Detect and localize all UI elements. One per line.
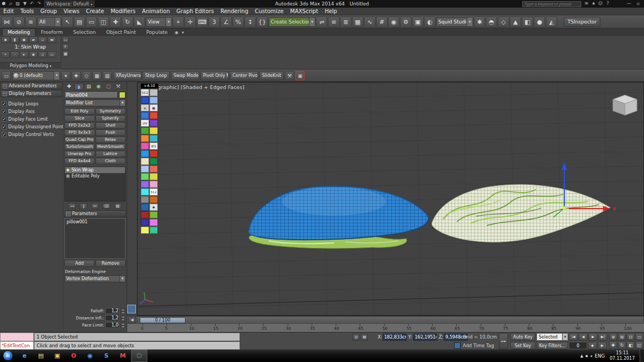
menu-tools[interactable]: Tools <box>17 8 37 15</box>
show-end-result-icon[interactable]: ∥ <box>80 203 87 209</box>
chevron-down-icon[interactable]: ▾ <box>309 17 315 26</box>
rollout-advanced-parameters[interactable]: − Advanced Parameters <box>1 82 62 90</box>
menu-animation[interactable]: Animation <box>139 8 173 15</box>
plugin-icon-35[interactable] <box>141 219 149 226</box>
plugin-icon-26[interactable] <box>150 181 158 188</box>
modify-tab[interactable]: ◗ <box>74 83 84 90</box>
sign-in-icon[interactable]: ☺ <box>597 0 604 8</box>
base-object-icon[interactable] <box>66 174 70 178</box>
plugin-icon-7[interactable] <box>141 112 149 119</box>
modifier-button-unwrap-pro[interactable]: Unwrap Pro <box>64 151 95 157</box>
zoom-region-icon[interactable]: ▭ <box>635 333 643 341</box>
select-object-icon[interactable]: ↖ <box>62 16 73 27</box>
squid-tool-7-icon[interactable]: ◭ <box>546 16 557 27</box>
modifier-button-meshsmooth[interactable]: MeshSmooth <box>96 144 126 150</box>
bind-to-space-warp-icon[interactable]: ≋ <box>25 16 37 27</box>
ribbon-tool-icon-7[interactable]: • <box>1 51 10 58</box>
plugin-icon-14[interactable] <box>150 135 158 142</box>
tray-max-icon[interactable]: ▪ <box>586 354 588 358</box>
favorites-icon[interactable]: ★ <box>590 0 597 8</box>
ribbon-config-icon[interactable]: ◉ <box>173 29 180 36</box>
taskbar-chrome[interactable]: ◉ <box>82 349 98 362</box>
schematic-view-icon[interactable]: # <box>376 16 387 27</box>
rectangular-selection-region-icon[interactable]: ▭ <box>86 16 97 27</box>
render-production-icon[interactable]: ◐ <box>424 16 436 27</box>
modifier-button-spherify[interactable]: Spherify <box>96 115 126 122</box>
snap-tool-icon[interactable]: ◇ <box>82 71 91 80</box>
collapse-icon[interactable]: − <box>3 84 7 88</box>
collapse-icon[interactable]: − <box>3 92 7 96</box>
modifier-button-ffd-4x4x4[interactable]: FFD 4x4x4 <box>64 158 95 164</box>
new-scene-icon[interactable]: ▱ <box>7 0 14 8</box>
ribbon-tool-icon-9[interactable]: ▸ <box>20 51 28 58</box>
taskbar-3dsmax[interactable]: ⬡ <box>131 349 147 362</box>
x-coordinate-field[interactable]: 182,833cm <box>383 334 407 341</box>
chevron-down-icon[interactable]: ▾ <box>120 100 125 106</box>
taskbar-opera[interactable]: O <box>65 349 82 362</box>
time-slider-track[interactable]: 0 / 100 <box>137 316 644 324</box>
checkbox-display-axis[interactable]: ✓Display Axis <box>2 108 61 115</box>
plugin-icon-31[interactable] <box>141 204 149 211</box>
remove-modifier-icon[interactable]: ⌫ <box>103 203 110 209</box>
hierarchy-tab[interactable]: ▤ <box>84 83 93 90</box>
plugin-icon-27[interactable] <box>141 188 149 195</box>
auto-key-button[interactable]: Auto Key <box>510 333 535 341</box>
plugin-icon-20[interactable] <box>150 158 158 165</box>
menu-rendering[interactable]: Rendering <box>217 8 252 15</box>
snaps-toggle-3d-icon[interactable]: 3 <box>208 16 220 27</box>
stack-item-skin-wrap[interactable]: Skin Wrap <box>65 167 125 173</box>
menu-create[interactable]: Create <box>82 8 107 15</box>
plugin-icon-8[interactable] <box>150 112 158 119</box>
window-crossing-icon[interactable]: ◫ <box>98 16 109 27</box>
ribbon-tab-object-paint[interactable]: Object Paint <box>102 29 141 36</box>
squid-tool-6-icon[interactable]: ● <box>534 16 545 27</box>
checkbox-display-face-limit[interactable]: ✓Display Face Limit <box>2 115 61 123</box>
open-file-icon[interactable]: ▨ <box>14 0 21 8</box>
plugin-icon-24[interactable] <box>150 173 158 180</box>
ribbon-side-icon-1[interactable]: ▭ <box>62 37 69 43</box>
rendered-frame-window-icon[interactable]: ▣ <box>412 16 424 27</box>
pan-icon[interactable]: ✚ <box>609 341 617 349</box>
ribbon-tool-icon-10[interactable]: ▪ <box>29 51 38 58</box>
swap-mode-tags-button[interactable]: Swap Mode Tags <box>171 71 199 80</box>
lightbulb-icon[interactable] <box>66 168 70 172</box>
zoom-all-icon[interactable]: ⊞ <box>618 333 626 341</box>
object-name-field[interactable]: Plane004 <box>64 91 118 98</box>
plugin-icon-21[interactable] <box>141 165 149 173</box>
y-coordinate-field[interactable]: 162,1951c <box>413 334 437 341</box>
rollout-display-parameters[interactable]: − Display Parameters <box>1 90 62 97</box>
squid-tool-1-icon[interactable]: ✱ <box>474 16 485 27</box>
plugin-icon-15[interactable] <box>141 143 149 150</box>
ribbon-tool-icon-8[interactable]: ◦ <box>10 51 19 58</box>
pivot-only-mode-button[interactable]: Pivot Only Mode <box>200 71 229 80</box>
grid-tool-icon[interactable]: ▦ <box>92 71 102 80</box>
ribbon-tool-icon-4[interactable]: ▰ <box>29 37 38 43</box>
graphite-ribbon-toggle-icon[interactable]: ▦ <box>352 16 363 27</box>
zoom-extents-icon[interactable]: ⊡ <box>627 333 635 341</box>
modifier-stack[interactable]: Skin WrapEditable Poly <box>64 167 126 201</box>
plugin-icon-2[interactable] <box>150 89 158 96</box>
zoom-icon[interactable]: ⊕ <box>609 333 617 341</box>
checkbox-display-unassigned-points[interactable]: ✓Display Unassigned Points <box>2 123 61 130</box>
tray-volume-icon[interactable]: ◂ <box>590 354 592 358</box>
squid-tool-5-icon[interactable]: ◧ <box>522 16 533 27</box>
set-key-button[interactable]: Set Key <box>510 342 535 349</box>
selection-lock-toggle[interactable]: ⊠ <box>361 334 368 341</box>
modifier-button-quad-cap-pro[interactable]: Quad Cap Pro <box>64 137 95 143</box>
save-file-icon[interactable]: ▼ <box>21 0 28 8</box>
pin-stack-icon[interactable]: ⊶ <box>68 203 76 209</box>
plugin-icon-37[interactable] <box>141 227 149 234</box>
spinner-down-icon[interactable]: ▾ <box>121 325 126 328</box>
ribbon-side-icon-3[interactable]: ▦ <box>62 51 69 57</box>
plugin-icon-32[interactable]: ✚ <box>150 204 158 211</box>
show-desktop-button[interactable] <box>640 349 643 362</box>
mirror-icon[interactable]: ⇌ <box>316 16 327 27</box>
checkbox-icon[interactable]: ✓ <box>2 132 7 137</box>
tray-show-hidden-icon[interactable]: ▲ <box>580 354 583 358</box>
checkbox-icon[interactable]: ✓ <box>2 109 7 114</box>
previous-key-button[interactable]: ◀ <box>128 317 136 323</box>
ribbon-tab-populate[interactable]: Populate <box>141 29 172 36</box>
plugin-icon-4[interactable] <box>150 97 158 104</box>
select-and-link-icon[interactable]: ⋈ <box>1 16 13 27</box>
slideknit-button[interactable]: SlideKnit <box>259 71 284 80</box>
